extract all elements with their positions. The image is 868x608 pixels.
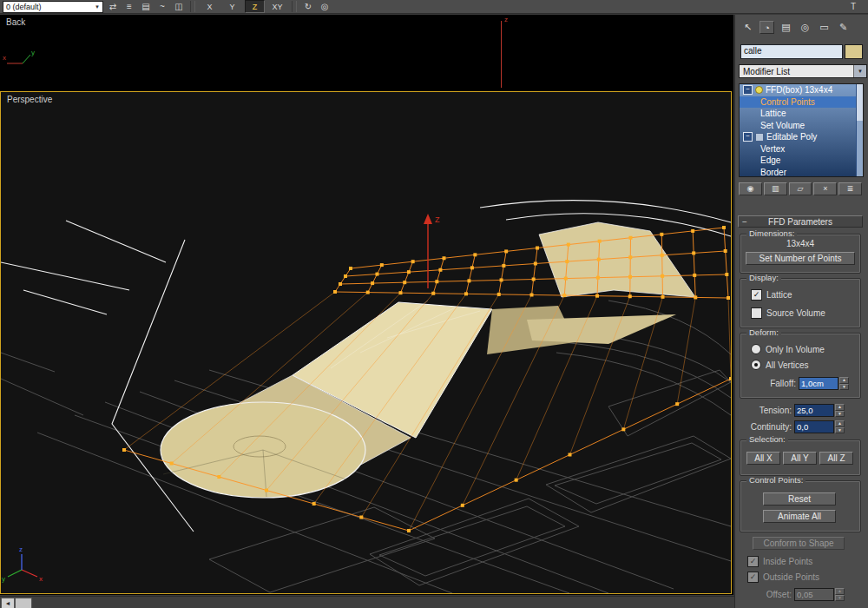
show-end-result-icon[interactable]: ▥ xyxy=(764,182,787,195)
radio-selected-icon[interactable] xyxy=(751,360,761,370)
ffd-control-point[interactable] xyxy=(217,475,220,479)
stack-row-editable-poly[interactable]: − Editable Poly xyxy=(740,131,863,143)
object-name-field[interactable]: calle xyxy=(740,44,843,59)
ffd-control-point[interactable] xyxy=(464,292,468,295)
align-icon[interactable]: ≡ xyxy=(122,1,136,12)
ffd-control-point[interactable] xyxy=(407,270,411,274)
mirror-icon[interactable]: ⇄ xyxy=(106,1,120,12)
only-in-volume-radio-row[interactable]: Only In Volume xyxy=(751,344,825,354)
ffd-control-point[interactable] xyxy=(562,294,566,297)
ffd-control-point[interactable] xyxy=(312,502,316,506)
schematic-view-icon[interactable]: ◫ xyxy=(172,1,186,12)
ffd-control-point[interactable] xyxy=(339,282,342,286)
remove-modifier-icon[interactable]: × xyxy=(813,182,837,195)
ffd-control-point[interactable] xyxy=(349,267,352,270)
axis-constraint-x-button[interactable]: X xyxy=(200,0,220,13)
conform-to-shape-button[interactable]: Conform to Shape xyxy=(753,537,845,550)
checkbox-checked-icon[interactable]: ✓ xyxy=(751,289,762,301)
ffd-control-point[interactable] xyxy=(380,263,384,267)
ffd-control-point[interactable] xyxy=(534,262,537,266)
set-number-of-points-button[interactable]: Set Number of Points xyxy=(746,252,855,265)
ffd-control-point[interactable] xyxy=(461,504,464,507)
back-viewport[interactable]: Back z x y xyxy=(0,15,733,90)
axis-constraint-y-button[interactable]: Y xyxy=(222,0,242,13)
ffd-control-point[interactable] xyxy=(403,281,406,284)
spin-down-icon[interactable]: ▼ xyxy=(835,411,845,418)
spin-down-icon[interactable]: ▼ xyxy=(835,427,845,434)
all-x-button[interactable]: All X xyxy=(746,452,780,465)
ffd-control-point[interactable] xyxy=(661,254,664,257)
checkbox-checked-icon[interactable]: ✓ xyxy=(747,572,759,583)
configure-modifier-sets-icon[interactable]: ≣ xyxy=(838,182,862,195)
ffd-control-point[interactable] xyxy=(692,251,695,254)
ffd-control-point[interactable] xyxy=(431,292,435,295)
checkbox-checked-icon[interactable]: ✓ xyxy=(747,556,759,567)
axis-constraint-xy-button[interactable]: XY xyxy=(267,0,287,13)
tension-field[interactable]: 25,0 xyxy=(794,404,834,417)
ffd-control-point[interactable] xyxy=(122,448,126,452)
stack-row-ffd[interactable]: − FFD(box) 13x4x4 xyxy=(740,84,863,96)
stack-row-vertex[interactable]: Vertex xyxy=(740,143,863,155)
source-volume-checkbox-row[interactable]: Source Volume xyxy=(751,307,825,319)
snap-toggle-icon[interactable]: ◎ xyxy=(318,1,332,12)
render-teapot-icon[interactable]: T xyxy=(846,1,860,12)
ffd-control-point[interactable] xyxy=(595,294,599,298)
ffd-control-point[interactable] xyxy=(467,279,470,282)
stack-row-control-points[interactable]: Control Points xyxy=(740,96,863,109)
ffd-control-point[interactable] xyxy=(629,236,633,240)
all-y-button[interactable]: All Y xyxy=(783,452,817,465)
reset-button[interactable]: Reset xyxy=(763,492,836,506)
modifier-list-dropdown[interactable]: Modifier List ▼ xyxy=(739,64,867,78)
all-vertices-radio-row[interactable]: All Vertices xyxy=(751,360,808,370)
expander-icon[interactable]: − xyxy=(743,85,753,95)
ffd-control-point[interactable] xyxy=(691,229,694,233)
collapse-icon[interactable]: − xyxy=(742,216,747,228)
outside-points-checkbox-row[interactable]: ✓ Outside Points xyxy=(747,572,819,583)
ffd-control-point[interactable] xyxy=(515,479,518,482)
spin-down-icon[interactable]: ▼ xyxy=(839,384,849,391)
ffd-control-point[interactable] xyxy=(660,233,663,236)
checkbox-unchecked-icon[interactable] xyxy=(751,307,762,319)
ffd-control-point[interactable] xyxy=(536,247,539,250)
all-z-button[interactable]: All Z xyxy=(819,452,853,465)
named-selection-set-dropdown[interactable]: 0 (default) ▼ xyxy=(3,1,103,13)
ffd-control-point[interactable] xyxy=(399,291,403,294)
stack-scrollbar[interactable] xyxy=(856,84,863,176)
ffd-control-point[interactable] xyxy=(504,249,508,253)
falloff-field[interactable]: 1,0cm xyxy=(799,377,838,390)
ffd-control-point[interactable] xyxy=(565,260,569,263)
stack-row-set-volume[interactable]: Set Volume xyxy=(740,120,863,132)
ffd-control-point[interactable] xyxy=(443,256,446,260)
pin-stack-icon[interactable]: ◉ xyxy=(739,182,762,195)
tab-display-icon[interactable]: ▭ xyxy=(817,21,832,34)
lattice-checkbox-row[interactable]: ✓ Lattice xyxy=(751,289,792,301)
spin-up-icon[interactable]: ▲ xyxy=(839,377,849,384)
ffd-control-point[interactable] xyxy=(628,255,632,259)
ffd-control-point[interactable] xyxy=(530,294,534,297)
ffd-control-point[interactable] xyxy=(628,294,632,298)
ffd-control-point[interactable] xyxy=(470,266,474,269)
ffd-control-point[interactable] xyxy=(473,253,477,256)
ffd-control-point[interactable] xyxy=(371,281,374,285)
tension-spinner[interactable]: ▲ ▼ xyxy=(835,404,845,417)
viewport-label[interactable]: Back xyxy=(6,17,25,27)
ffd-control-point[interactable] xyxy=(532,278,536,281)
continuity-spinner[interactable]: ▲ ▼ xyxy=(835,420,845,433)
stack-row-border[interactable]: Border xyxy=(740,167,863,178)
falloff-spinner[interactable]: ▲ ▼ xyxy=(839,377,849,390)
ffd-control-point[interactable] xyxy=(366,291,370,294)
scrollbar-thumb[interactable] xyxy=(15,598,32,608)
ffd-control-point[interactable] xyxy=(411,260,415,263)
offset-field[interactable]: 0,05 xyxy=(794,588,834,601)
viewport-label[interactable]: Perspective xyxy=(7,95,52,104)
scrollbar-thumb[interactable] xyxy=(857,84,863,121)
dropdown-arrow-icon[interactable]: ▼ xyxy=(853,65,866,77)
perspective-viewport[interactable]: Perspective xyxy=(0,91,732,594)
ffd-control-point[interactable] xyxy=(344,274,347,278)
tab-create-icon[interactable]: ↖ xyxy=(740,21,755,34)
ffd-control-point[interactable] xyxy=(500,278,503,281)
curve-editor-icon[interactable]: ~ xyxy=(155,1,169,12)
offset-spinner[interactable]: ▲ ▼ xyxy=(835,588,845,601)
tab-modify-icon[interactable]: ◔ xyxy=(760,21,774,34)
make-unique-icon[interactable]: ▱ xyxy=(789,182,812,195)
